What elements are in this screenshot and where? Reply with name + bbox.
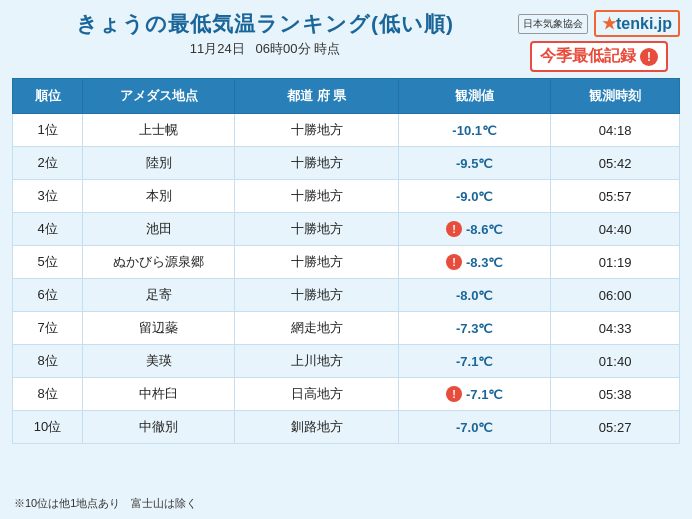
- tenki-logo: ★tenki.jp: [594, 10, 680, 37]
- table-row: 5位ぬかびら源泉郷十勝地方!-8.3℃01:19: [13, 246, 680, 279]
- header-row: 順位 アメダス地点 都道 府 県 観測値 観測時刻: [13, 79, 680, 114]
- table-row: 8位中杵臼日高地方!-7.1℃05:38: [13, 378, 680, 411]
- jma-logo: 日本気象協会: [518, 14, 588, 34]
- cell-rank: 8位: [13, 345, 83, 378]
- cell-station: 足寄: [83, 279, 235, 312]
- cell-prefecture: 十勝地方: [235, 246, 399, 279]
- date-label: 11月24日 06時00分 時点: [190, 40, 340, 58]
- cell-station: 中杵臼: [83, 378, 235, 411]
- cell-value: -9.0℃: [399, 180, 551, 213]
- temp-value: -7.3℃: [456, 321, 493, 336]
- season-record-label: 今季最低記録: [540, 46, 636, 67]
- table-row: 2位陸別十勝地方-9.5℃05:42: [13, 147, 680, 180]
- cell-rank: 3位: [13, 180, 83, 213]
- col-time: 観測時刻: [551, 79, 680, 114]
- cell-prefecture: 十勝地方: [235, 147, 399, 180]
- cell-time: 05:57: [551, 180, 680, 213]
- cell-time: 05:42: [551, 147, 680, 180]
- table-row: 8位美瑛上川地方-7.1℃01:40: [13, 345, 680, 378]
- cell-time: 05:27: [551, 411, 680, 444]
- cell-value: -7.3℃: [399, 312, 551, 345]
- header-right: 日本気象協会 ★tenki.jp 今季最低記録 !: [518, 10, 680, 72]
- cell-station: 本別: [83, 180, 235, 213]
- table-header: 順位 アメダス地点 都道 府 県 観測値 観測時刻: [13, 79, 680, 114]
- cell-rank: 7位: [13, 312, 83, 345]
- cell-rank: 6位: [13, 279, 83, 312]
- cell-station: 陸別: [83, 147, 235, 180]
- table-body: 1位上士幌十勝地方-10.1℃04:182位陸別十勝地方-9.5℃05:423位…: [13, 114, 680, 444]
- cell-time: 06:00: [551, 279, 680, 312]
- table-row: 4位池田十勝地方!-8.6℃04:40: [13, 213, 680, 246]
- cell-station: 中徹別: [83, 411, 235, 444]
- temp-value: -7.1℃: [456, 354, 493, 369]
- table-row: 3位本別十勝地方-9.0℃05:57: [13, 180, 680, 213]
- cell-time: 04:40: [551, 213, 680, 246]
- cell-prefecture: 十勝地方: [235, 213, 399, 246]
- alert-icon: !: [446, 386, 462, 402]
- main-container: きょうの最低気温ランキング(低い順) 11月24日 06時00分 時点 日本気象…: [0, 0, 692, 519]
- cell-time: 05:38: [551, 378, 680, 411]
- temp-value: -7.1℃: [466, 387, 503, 402]
- table-row: 1位上士幌十勝地方-10.1℃04:18: [13, 114, 680, 147]
- season-badge: 今季最低記録 !: [530, 41, 668, 72]
- cell-prefecture: 釧路地方: [235, 411, 399, 444]
- col-station: アメダス地点: [83, 79, 235, 114]
- cell-station: 上士幌: [83, 114, 235, 147]
- cell-time: 01:40: [551, 345, 680, 378]
- footer-note: ※10位は他1地点あり 富士山は除く: [12, 496, 680, 511]
- cell-value: -9.5℃: [399, 147, 551, 180]
- temp-value: -8.3℃: [466, 255, 503, 270]
- table-row: 10位中徹別釧路地方-7.0℃05:27: [13, 411, 680, 444]
- cell-station: 留辺蘂: [83, 312, 235, 345]
- temp-value: -8.6℃: [466, 222, 503, 237]
- cell-station: 池田: [83, 213, 235, 246]
- cell-value: -8.0℃: [399, 279, 551, 312]
- table-row: 7位留辺蘂網走地方-7.3℃04:33: [13, 312, 680, 345]
- table-wrapper: 順位 アメダス地点 都道 府 県 観測値 観測時刻 1位上士幌十勝地方-10.1…: [12, 78, 680, 492]
- table-row: 6位足寄十勝地方-8.0℃06:00: [13, 279, 680, 312]
- temp-value: -9.5℃: [456, 156, 493, 171]
- cell-value: !-8.3℃: [399, 246, 551, 279]
- cell-rank: 1位: [13, 114, 83, 147]
- cell-value: !-7.1℃: [399, 378, 551, 411]
- cell-rank: 2位: [13, 147, 83, 180]
- cell-value: -10.1℃: [399, 114, 551, 147]
- temp-value: -8.0℃: [456, 288, 493, 303]
- cell-time: 04:18: [551, 114, 680, 147]
- cell-value: -7.0℃: [399, 411, 551, 444]
- cell-prefecture: 十勝地方: [235, 180, 399, 213]
- ranking-table: 順位 アメダス地点 都道 府 県 観測値 観測時刻 1位上士幌十勝地方-10.1…: [12, 78, 680, 444]
- cell-time: 01:19: [551, 246, 680, 279]
- tenki-label: tenki.jp: [616, 15, 672, 32]
- cell-prefecture: 網走地方: [235, 312, 399, 345]
- col-prefecture: 都道 府 県: [235, 79, 399, 114]
- col-rank: 順位: [13, 79, 83, 114]
- cell-rank: 4位: [13, 213, 83, 246]
- cell-rank: 8位: [13, 378, 83, 411]
- header-section: きょうの最低気温ランキング(低い順) 11月24日 06時00分 時点 日本気象…: [12, 10, 680, 72]
- cell-prefecture: 上川地方: [235, 345, 399, 378]
- main-title: きょうの最低気温ランキング(低い順): [76, 10, 454, 38]
- cell-value: -7.1℃: [399, 345, 551, 378]
- cell-time: 04:33: [551, 312, 680, 345]
- col-value: 観測値: [399, 79, 551, 114]
- cell-station: ぬかびら源泉郷: [83, 246, 235, 279]
- temp-value: -10.1℃: [452, 123, 497, 138]
- cell-prefecture: 十勝地方: [235, 279, 399, 312]
- alert-icon: !: [446, 254, 462, 270]
- alert-icon: !: [446, 221, 462, 237]
- cell-rank: 10位: [13, 411, 83, 444]
- cell-prefecture: 日高地方: [235, 378, 399, 411]
- header-left: きょうの最低気温ランキング(低い順) 11月24日 06時00分 時点: [12, 10, 518, 58]
- cell-rank: 5位: [13, 246, 83, 279]
- cell-prefecture: 十勝地方: [235, 114, 399, 147]
- season-alert-icon: !: [640, 48, 658, 66]
- temp-value: -9.0℃: [456, 189, 493, 204]
- cell-value: !-8.6℃: [399, 213, 551, 246]
- logo-area: 日本気象協会 ★tenki.jp: [518, 10, 680, 37]
- temp-value: -7.0℃: [456, 420, 493, 435]
- cell-station: 美瑛: [83, 345, 235, 378]
